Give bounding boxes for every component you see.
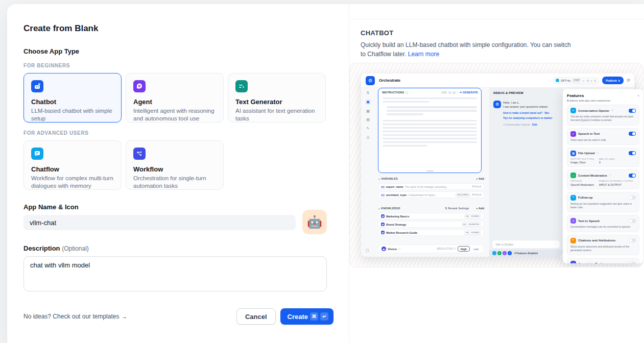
for-advanced-users-label: FOR ADVANCED USERS [23,130,333,136]
features-panel: Features × Enhance web-app user experien… [563,89,643,263]
settings-dot-icon: ⚙ [587,79,589,82]
resolution-high-chip: High [458,246,470,252]
description-optional-hint: (Optional) [62,245,89,252]
cmd-key-icon: ⌘ [310,312,318,321]
follow-up-icon: ❞ [570,195,576,201]
description-label: Description (Optional) [23,244,333,252]
app-name-input[interactable] [23,215,296,230]
card-description: AI assistant for text generation tasks [235,107,318,122]
create-app-modal: Create from Blank Choose App Type FOR BE… [7,4,644,343]
card-title: Chatbot [31,98,114,106]
vision-icon: ◉ [381,247,386,251]
app-type-card-chatflow[interactable]: Chatflow Workflow for complex multi-turn… [23,140,122,190]
bot-avatar: ⚙ [493,101,501,108]
dataset-icon: ▩ [381,223,385,226]
panel-toggle-icon: ▢ [366,249,369,253]
app-type-card-workflow[interactable]: Workflow Orchestration for single-turn a… [126,140,224,190]
advanced-cards-row: Chatflow Workflow for complex multi-turn… [23,140,333,190]
app-name-label: App Name & Icon [23,203,333,211]
add-variable-button: + Add [476,177,484,180]
info-icon: ⓘ [398,248,401,250]
rerank-icon: ⇅ [445,207,447,210]
sparkle-icon: ✦ [460,91,462,94]
app-name-row: 🤖 [23,215,333,234]
features-enabled-strip: ✓ ✓ ✓ ✓ 4 Features Enabled [489,250,563,257]
card-title: Workflow [133,165,216,173]
variable-icon: {x} [448,91,451,94]
knowledge-row: ▩ Marketing Basics HQ · HYBRID [378,213,484,219]
generate-button: ✦ GENERATE [457,91,478,94]
card-description: Intelligent agent with reasoning and aut… [133,107,216,122]
cancel-button[interactable]: Cancel [236,308,276,325]
knowledge-header: ⌄ KNOWLEDGE ⇅ Rerank Settings + Add [378,207,484,210]
toggle-on [629,109,636,113]
preview-description: Quickly build an LLM-based chatbot with … [361,40,571,59]
chatflow-icon [31,148,43,160]
templates-link[interactable]: No ideas? Check out our templates→ [23,313,127,320]
agent-icon [133,80,146,92]
feature-card-annotation-reply: ▩Annotation Reply [567,258,639,263]
copy-icon: ▤ [453,91,456,94]
shot-mini-sidebar: ⇅ ▣ ▩ ▤ ✎ ◎ [361,88,375,257]
shot-title: Orchestrate [379,78,400,83]
tune-icon: ⇅ [594,79,596,82]
vision-row: ◉ Vision ⓘ RESOLUTION ⓘ High Low [378,244,484,253]
preview-screenshot-container: ⚙ Orchestrate GPT-4o CHAT ♬ ⚙ ∨ ⇅ Publis… [349,63,643,267]
suggested-question: Tips for analyzing competitors in market [503,116,552,119]
bot-message: ⚙ Hello, I am L.I can answer your questi… [493,101,559,126]
app-type-card-agent[interactable]: Agent Intelligent agent with reasoning a… [126,73,224,122]
text-generator-icon [235,80,248,92]
image-nav-icon: ▩ [366,109,370,113]
chatbot-icon [31,80,43,92]
feature-card-follow-up: ❞Follow-up Setting up next questions sug… [567,192,639,213]
app-type-card-chatbot[interactable]: Chatbot LLM-based chatbot with simple se… [23,73,122,122]
toggle-off [629,262,636,264]
variables-header: ⌄ VARIABLES + Add [378,177,484,180]
feature-dot-icon: ✓ [497,251,502,255]
folder-icon: ▩ [570,151,576,156]
app-icon-picker-button[interactable]: 🤖 [302,210,327,234]
mic-icon: ♬ [583,79,585,82]
variable-row: {x} expert_name The name of the strategi… [378,183,484,190]
feature-dot-icon: ✓ [492,251,496,255]
preview-pane-header [349,4,644,19]
moderation-icon: ✓ [570,173,576,178]
toggle-off [629,238,636,242]
workflow-icon [133,148,146,160]
swap-icon: ⇅ [367,91,370,95]
toggle-on [629,174,636,178]
beginner-cards-row: Chatbot LLM-based chatbot with simple se… [23,73,333,122]
note-nav-icon: ✎ [367,127,370,131]
text-to-speech-icon: T [570,218,576,224]
model-selector-pill: GPT-4o CHAT ♬ ⚙ ∨ ⇅ [553,77,599,84]
info-icon: ⓘ [406,91,408,94]
app-type-card-text-generator[interactable]: Text Generator AI assistant for text gen… [228,73,326,122]
toggle-off [629,195,636,200]
preview-heading: CHATBOT [361,29,644,37]
orchestrate-nav-icon: ▣ [365,100,371,105]
instructions-skeleton [378,97,481,147]
learn-more-link[interactable]: Learn more [408,51,439,58]
microphone-icon: ♬ [570,131,576,137]
choose-app-type-label: Choose App Type [23,47,333,55]
dataset-icon: ▩ [381,231,385,234]
citations-icon: ❞ [570,238,576,243]
description-textarea[interactable]: chat with vllm model [23,256,327,291]
create-form-pane: Create from Blank Choose App Type FOR BE… [7,4,349,343]
card-description: Workflow for complex multi-turn dialogue… [31,175,114,190]
doc-nav-icon: ▤ [366,118,370,122]
feature-card-text-to-speech: TText to Speech Conversation messages ca… [567,215,639,232]
feature-dot-icon: ✓ [503,251,507,255]
for-beginners-label: FOR BEGINNERS [23,63,333,68]
resolution-low-chip: Low [471,247,481,251]
chevron-down-icon: ∨ [618,79,620,82]
rerank-settings-button: ⇅ Rerank Settings [445,207,469,210]
create-button[interactable]: Create ⌘ ↵ [280,308,333,325]
model-provider-icon [556,79,559,82]
close-icon: × [637,94,639,97]
page-title: Create from Blank [23,23,333,34]
instructions-header: INSTRUCTIONS ⓘ 2182 {x} ▤ ✦ GENERATE [378,88,481,95]
feature-card-speech-to-text: ♬Speech to Text Voice input can be used … [567,128,639,145]
card-description: Orchestration for single-turn automation… [133,175,216,190]
robot-emoji-icon: 🤖 [307,216,322,228]
